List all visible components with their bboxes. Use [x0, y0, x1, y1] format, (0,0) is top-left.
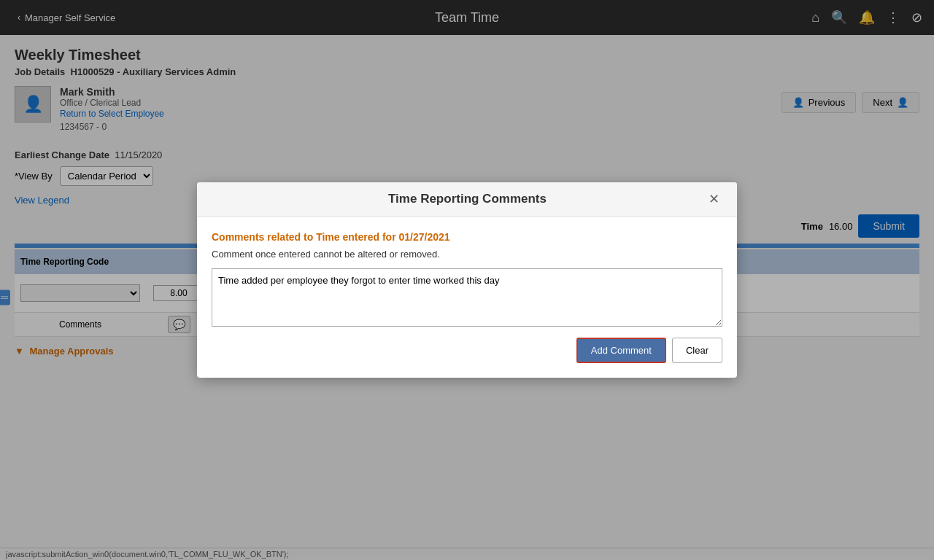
modal-close-button[interactable]: ✕: [706, 191, 722, 207]
modal-overlay: Time Reporting Comments ✕ Comments relat…: [0, 0, 934, 560]
modal-actions: Add Comment Clear: [212, 338, 722, 363]
modal-dialog: Time Reporting Comments ✕ Comments relat…: [197, 182, 737, 378]
modal-header: Time Reporting Comments ✕: [197, 182, 737, 217]
comments-notice: Comment once entered cannot be altered o…: [212, 249, 722, 260]
modal-body: Comments related to Time entered for 01/…: [197, 217, 737, 378]
modal-title: Time Reporting Comments: [229, 192, 706, 206]
comments-date-heading: Comments related to Time entered for 01/…: [212, 231, 722, 243]
clear-button[interactable]: Clear: [672, 338, 722, 363]
add-comment-button[interactable]: Add Comment: [576, 338, 666, 363]
comments-textarea[interactable]: Time added per employee they forgot to e…: [212, 268, 722, 327]
